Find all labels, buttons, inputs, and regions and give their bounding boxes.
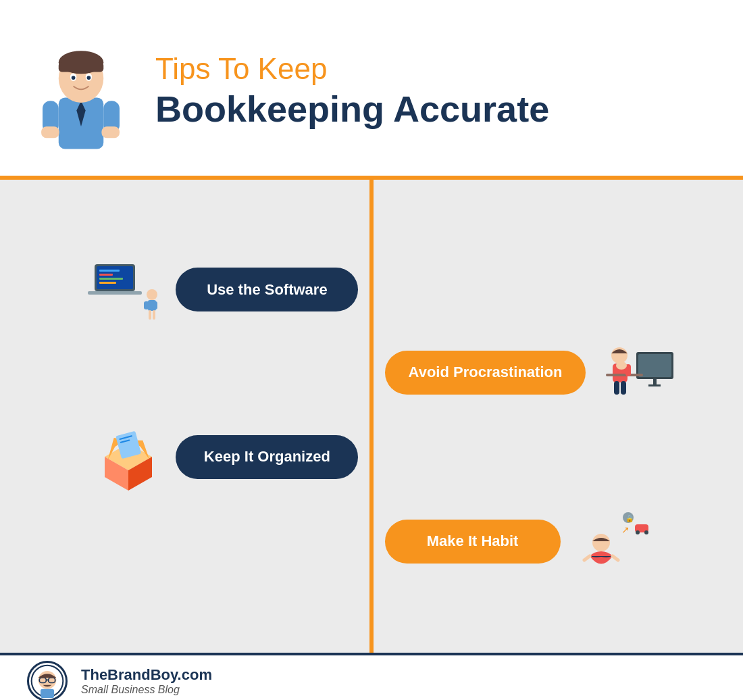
pill-make-habit: Make It Habit	[385, 520, 561, 564]
main-content: Use the Software Avoid Procrastination	[0, 180, 743, 653]
svg-point-8	[72, 76, 76, 80]
header-subtitle: Tips To Keep	[155, 51, 549, 87]
svg-rect-36	[144, 301, 149, 309]
svg-rect-49	[614, 381, 619, 395]
svg-line-66	[584, 556, 590, 560]
brand-logo	[27, 661, 68, 700]
svg-rect-32	[99, 278, 123, 280]
pill-keep-organized: Keep It Organized	[176, 435, 358, 479]
accountant-icon	[27, 27, 135, 155]
habit-icon: 🔒 ↗	[571, 507, 652, 575]
laptop-icon	[84, 257, 165, 322]
pill-use-software: Use the Software	[176, 268, 358, 311]
svg-point-62	[636, 530, 640, 534]
svg-rect-30	[99, 270, 120, 272]
header-title: Bookkeeping Accurate	[155, 87, 549, 131]
svg-rect-33	[99, 282, 116, 284]
tip-row-make-habit: Make It Habit 🔒 ↗	[41, 507, 702, 575]
svg-rect-11	[41, 126, 59, 138]
svg-point-34	[147, 289, 157, 300]
svg-rect-38	[149, 310, 151, 320]
svg-rect-39	[153, 310, 155, 320]
tip-left-use-software: Use the Software	[41, 257, 358, 322]
svg-point-9	[87, 76, 91, 80]
tips-container: Use the Software Avoid Procrastination	[41, 207, 702, 626]
footer-tagline: Small Business Blog	[81, 684, 212, 696]
svg-rect-43	[648, 384, 661, 386]
svg-rect-73	[41, 689, 54, 698]
svg-rect-13	[101, 126, 120, 138]
svg-rect-5	[59, 62, 104, 72]
svg-text:↗: ↗	[621, 524, 630, 535]
svg-rect-37	[152, 301, 157, 309]
svg-point-65	[592, 534, 610, 551]
footer-section: TheBrandBoy.com Small Business Blog	[0, 653, 743, 700]
svg-rect-46	[606, 374, 643, 376]
svg-point-63	[644, 530, 648, 534]
tip-row-keep-organized: Keep It Organized	[41, 423, 702, 491]
procrastination-icon	[596, 339, 677, 406]
svg-rect-27	[88, 291, 142, 295]
footer-text: TheBrandBoy.com Small Business Blog	[81, 666, 212, 696]
svg-point-48	[616, 361, 627, 370]
header-section: Tips To Keep Bookkeeping Accurate	[0, 0, 743, 176]
svg-rect-50	[621, 381, 626, 395]
svg-rect-42	[653, 379, 657, 384]
footer-site-name: TheBrandBoy.com	[81, 666, 212, 684]
tip-right-avoid-procrastination: Avoid Procrastination	[385, 339, 702, 406]
tip-left-keep-organized: Keep It Organized	[41, 423, 358, 491]
svg-line-67	[613, 556, 618, 560]
tip-row-use-software: Use the Software	[41, 257, 702, 322]
pill-avoid-procrastination: Avoid Procrastination	[385, 351, 586, 395]
svg-rect-41	[638, 354, 671, 377]
box-icon	[91, 423, 165, 491]
tip-row-avoid-procrastination: Avoid Procrastination	[41, 339, 702, 406]
header-text: Tips To Keep Bookkeeping Accurate	[155, 51, 549, 131]
svg-text:🔒: 🔒	[625, 514, 634, 523]
svg-rect-31	[99, 274, 113, 276]
tip-right-make-habit: Make It Habit 🔒 ↗	[385, 507, 702, 575]
